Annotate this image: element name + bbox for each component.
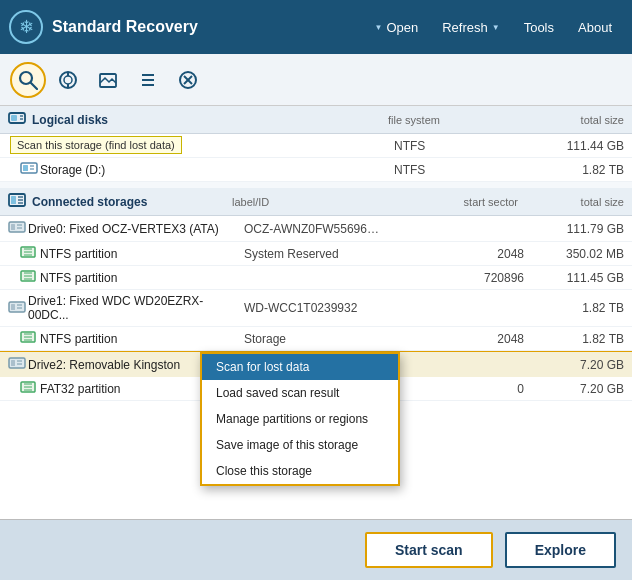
nav-refresh-label: Refresh: [442, 20, 488, 35]
nav-tools-label: Tools: [524, 20, 554, 35]
svg-text:❄: ❄: [19, 17, 34, 37]
scan-tooltip: Scan this storage (find lost data): [10, 136, 182, 154]
list-icon: [138, 70, 158, 90]
partition-icon: [20, 270, 40, 285]
drive2-row[interactable]: Drive2: Removable Kingston 7.20 GB Scan …: [0, 351, 632, 377]
partition-size: 111.45 GB: [524, 271, 624, 285]
start-scan-button[interactable]: Start scan: [365, 532, 493, 568]
disk-name: Storage (D:): [40, 163, 394, 177]
svg-rect-33: [11, 224, 15, 230]
logical-disk-icon: [8, 111, 26, 128]
fat32-sector: 0: [424, 382, 524, 396]
drive0-icon: [8, 220, 28, 237]
connected-storage-icon: [8, 193, 26, 210]
nav-bar: ▼ Open Refresh ▼ Tools About: [362, 14, 624, 41]
list-item[interactable]: Drive1: Fixed WDC WD20EZRX-00DC... WD-WC…: [0, 290, 632, 327]
bottom-bar: Start scan Explore: [0, 520, 632, 580]
list-item[interactable]: NTFS partition 720896 111.45 GB: [0, 266, 632, 290]
drive1-name: Drive1: Fixed WDC WD20EZRX-00DC...: [28, 294, 244, 322]
svg-rect-45: [11, 304, 15, 310]
context-save-image[interactable]: Save image of this storage: [202, 432, 398, 458]
partition-size: 1.82 TB: [524, 332, 624, 346]
drive0-size: 111.79 GB: [524, 222, 624, 236]
drive2-icon: [8, 356, 28, 373]
col-label-header: label/ID: [232, 196, 412, 208]
svg-rect-28: [11, 196, 16, 204]
col-sector-header: start sector: [418, 196, 518, 208]
context-close-storage[interactable]: Close this storage: [202, 458, 398, 484]
partition-label: System Reserved: [244, 247, 424, 261]
svg-rect-53: [11, 360, 15, 366]
drive0-label: OCZ-AWNZ0FW55696…: [244, 222, 424, 236]
connected-storages-header: Connected storages label/ID start sector…: [0, 188, 632, 216]
list-item[interactable]: NTFS partition System Reserved 2048 350.…: [0, 242, 632, 266]
nav-refresh[interactable]: Refresh ▼: [430, 14, 511, 41]
partition-name: NTFS partition: [40, 332, 244, 346]
nav-open-label: Open: [386, 20, 418, 35]
nav-about-label: About: [578, 20, 612, 35]
nav-open[interactable]: ▼ Open: [362, 14, 430, 41]
partition-icon: [20, 246, 40, 261]
svg-line-3: [31, 83, 37, 89]
disk-size: 111.44 GB: [524, 139, 624, 153]
storage-disk-icon: [20, 162, 40, 177]
disk-size: 1.82 TB: [524, 163, 624, 177]
col-fs-header: file system: [388, 114, 518, 126]
list-button[interactable]: [130, 62, 166, 98]
drive1-label: WD-WCC1T0239932: [244, 301, 424, 315]
connect-button[interactable]: [50, 62, 86, 98]
scan-icon: [18, 70, 38, 90]
image-button[interactable]: [90, 62, 126, 98]
drive1-icon: [8, 300, 28, 317]
connected-storages-label: Connected storages: [32, 195, 147, 209]
context-load-scan[interactable]: Load saved scan result: [202, 380, 398, 406]
partition-icon: [20, 331, 40, 346]
partition-sector: 720896: [424, 271, 524, 285]
main-content: Logical disks file system total size OCZ…: [0, 106, 632, 520]
partition-size: 350.02 MB: [524, 247, 624, 261]
drive2-size: 7.20 GB: [524, 358, 624, 372]
svg-rect-16: [11, 115, 17, 121]
app-title: Standard Recovery: [52, 18, 354, 36]
connect-icon: [58, 70, 78, 90]
context-scan-lost[interactable]: Scan for lost data: [202, 354, 398, 380]
disk-fs: NTFS: [394, 139, 524, 153]
list-item[interactable]: Drive0: Fixed OCZ-VERTEX3 (ATA) OCZ-AWNZ…: [0, 216, 632, 242]
partition-name: NTFS partition: [40, 271, 244, 285]
context-manage-partitions[interactable]: Manage partitions or regions: [202, 406, 398, 432]
close-button[interactable]: [170, 62, 206, 98]
logical-disks-label: Logical disks: [32, 113, 108, 127]
list-item[interactable]: NTFS partition Storage 2048 1.82 TB: [0, 327, 632, 351]
titlebar: ❄ Standard Recovery ▼ Open Refresh ▼ Too…: [0, 0, 632, 54]
partition-sector: 2048: [424, 247, 524, 261]
explore-button[interactable]: Explore: [505, 532, 616, 568]
nav-tools[interactable]: Tools: [512, 14, 566, 41]
col-totalsize-header: total size: [524, 196, 624, 208]
svg-rect-24: [23, 165, 28, 171]
partition-sector: 2048: [424, 332, 524, 346]
scan-tool-wrapper: Scan this storage (find lost data): [10, 62, 46, 98]
open-arrow: ▼: [374, 23, 382, 32]
toolbar: Scan this storage (find lost data): [0, 54, 632, 106]
fat32-size: 7.20 GB: [524, 382, 624, 396]
drive0-name: Drive0: Fixed OCZ-VERTEX3 (ATA): [28, 222, 244, 236]
disk-fs: NTFS: [394, 163, 524, 177]
svg-point-2: [20, 72, 32, 84]
app-logo: ❄: [8, 9, 44, 45]
scan-button[interactable]: [10, 62, 46, 98]
fat32-partition-icon: [20, 381, 40, 396]
drive1-size: 1.82 TB: [524, 301, 624, 315]
partition-label: Storage: [244, 332, 424, 346]
partition-name: NTFS partition: [40, 247, 244, 261]
col-size-header: total size: [524, 114, 624, 126]
logical-disks-header: Logical disks file system total size: [0, 106, 632, 134]
context-menu: Scan for lost data Load saved scan resul…: [200, 352, 400, 486]
image-icon: [98, 70, 118, 90]
list-item[interactable]: Storage (D:) NTFS 1.82 TB: [0, 158, 632, 182]
svg-point-5: [64, 76, 72, 84]
refresh-arrow: ▼: [492, 23, 500, 32]
nav-about[interactable]: About: [566, 14, 624, 41]
close-icon: [178, 70, 198, 90]
